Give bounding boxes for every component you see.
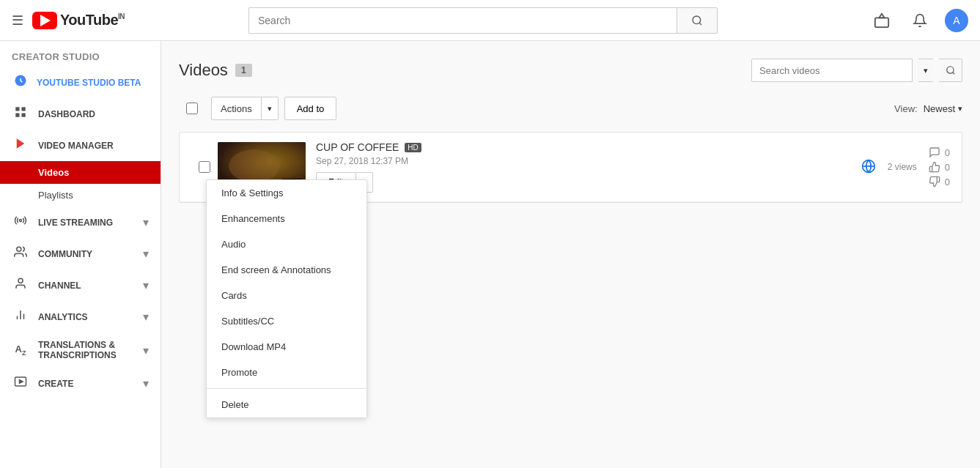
svg-marker-3 [879, 13, 884, 18]
sidebar-community-label: COMMUNITY [38, 249, 134, 259]
search-videos-input[interactable] [751, 59, 913, 82]
svg-line-1 [699, 23, 701, 25]
video-title-row: CUP OF COFFEE HD [316, 141, 861, 153]
dropdown-subtitles[interactable]: Subtitles/CC [207, 308, 366, 334]
thumbs-down-icon [929, 176, 940, 187]
video-info: CUP OF COFFEE HD Sep 27, 2018 12:37 PM E… [316, 141, 861, 193]
search-videos-button[interactable] [939, 59, 962, 82]
creator-studio-title: CREATOR STUDIO [0, 41, 161, 67]
view-newest-value: Newest [924, 103, 955, 114]
svg-rect-5 [15, 107, 19, 111]
sidebar-dashboard-label: DASHBOARD [38, 109, 149, 119]
dislikes-stat: 0 [929, 176, 950, 187]
dashboard-icon [12, 105, 29, 122]
sidebar-live-label: LIVE STREAMING [38, 218, 134, 228]
view-newest-arrow-icon: ▾ [958, 104, 962, 114]
sidebar-channel-label: CHANNEL [38, 281, 134, 291]
video-count-badge: 1 [235, 64, 252, 77]
hamburger-icon[interactable]: ☰ [12, 12, 23, 29]
play-triangle [40, 15, 51, 26]
svg-line-19 [952, 73, 954, 75]
sidebar-translations-label: TRANSLATIONS &TRANSCRIPTIONS [38, 340, 134, 360]
search-videos-container: ▾ [751, 59, 962, 82]
create-icon [12, 375, 29, 392]
sidebar-item-translations[interactable]: AZ TRANSLATIONS &TRANSCRIPTIONS ▾ [0, 333, 161, 368]
dropdown-audio[interactable]: Audio [207, 231, 366, 257]
thumbs-up-icon [929, 161, 940, 173]
engagement-stats: 0 0 0 [929, 146, 950, 187]
table-row: 0:17 CUP OF COFFEE HD Sep 27, 2018 12:37… [180, 133, 962, 202]
actions-label: Actions [212, 97, 262, 119]
video-date: Sep 27, 2018 12:37 PM [316, 156, 861, 166]
video-checkbox[interactable] [199, 161, 210, 173]
sidebar-item-community[interactable]: COMMUNITY ▾ [0, 238, 161, 270]
comments-count: 0 [945, 147, 950, 158]
dropdown-promote[interactable]: Promote [207, 360, 366, 385]
dropdown-download-mp4[interactable]: Download MP4 [207, 334, 366, 360]
live-streaming-icon [12, 214, 29, 231]
select-all-checkbox[interactable] [186, 103, 198, 114]
analytics-chevron-icon: ▾ [143, 310, 149, 324]
search-input[interactable] [248, 7, 677, 34]
topnav-left: ☰ YouTubeIN [12, 12, 173, 29]
svg-point-11 [17, 247, 21, 251]
search-videos-dropdown[interactable]: ▾ [918, 59, 933, 82]
sidebar-create-label: CREATE [38, 379, 134, 389]
actions-dropdown-arrow[interactable]: ▾ [262, 97, 278, 119]
dropdown-delete[interactable]: Delete [207, 392, 366, 417]
sidebar-item-analytics[interactable]: ANALYTICS ▾ [0, 301, 161, 333]
sidebar-item-live-streaming[interactable]: LIVE STREAMING ▾ [0, 207, 161, 238]
video-list: 0:17 CUP OF COFFEE HD Sep 27, 2018 12:37… [179, 132, 962, 203]
likes-count: 0 [945, 162, 950, 173]
sidebar-analytics-label: ANALYTICS [38, 312, 134, 322]
sidebar-video-manager-label: VIDEO MANAGER [38, 141, 149, 151]
live-chevron-icon: ▾ [143, 215, 149, 229]
add-to-button[interactable]: Add to [284, 97, 337, 120]
dropdown-cards[interactable]: Cards [207, 283, 366, 308]
upload-icon[interactable] [869, 7, 895, 34]
svg-rect-6 [22, 107, 26, 111]
svg-point-0 [693, 16, 701, 24]
dropdown-info-settings[interactable]: Info & Settings [207, 180, 366, 206]
video-manager-icon [12, 137, 29, 154]
sidebar-item-create[interactable]: CREATE ▾ [0, 368, 161, 399]
search-button[interactable] [677, 7, 718, 34]
dropdown-divider [207, 388, 366, 389]
sidebar-item-dashboard[interactable]: DASHBOARD [0, 98, 161, 130]
sidebar-item-channel[interactable]: CHANNEL ▾ [0, 270, 161, 301]
likes-stat: 0 [929, 161, 950, 173]
sidebar-sub-playlists[interactable]: Playlists [0, 184, 161, 207]
hd-badge: HD [405, 143, 421, 152]
select-all-checkbox-col [179, 103, 205, 114]
topnav: ☰ YouTubeIN A [0, 0, 980, 41]
sidebar-item-youtube-studio-beta[interactable]: YOUTUBE STUDIO BETA [0, 67, 161, 98]
logo[interactable]: YouTubeIN [32, 12, 125, 29]
actions-button[interactable]: Actions ▾ [211, 97, 279, 120]
dropdown-end-screen[interactable]: End screen & Annotations [207, 257, 366, 283]
notifications-icon[interactable] [907, 7, 933, 34]
layout: CREATOR STUDIO YOUTUBE STUDIO BETA DASHB… [0, 41, 980, 468]
avatar[interactable]: A [945, 9, 968, 32]
main-content: Videos 1 ▾ Actions ▾ Add to View: New [161, 41, 980, 468]
create-chevron-icon: ▾ [143, 376, 149, 390]
search-container [248, 7, 718, 34]
dropdown-enhancements[interactable]: Enhancements [207, 206, 366, 231]
sidebar-sub-videos[interactable]: Videos [0, 161, 161, 184]
comments-stat: 0 [929, 146, 950, 158]
logo-text: YouTubeIN [60, 12, 125, 29]
page-header: Videos 1 ▾ [179, 59, 962, 82]
svg-point-12 [18, 278, 23, 283]
translations-chevron-icon: ▾ [143, 343, 149, 357]
edit-dropdown-menu: Info & Settings Enhancements Audio End s… [206, 179, 367, 418]
svg-rect-8 [22, 114, 26, 117]
svg-point-10 [20, 220, 22, 222]
video-actions: Edit ▾ Info & Settings Enhancements Audi… [316, 172, 861, 193]
sidebar-item-video-manager[interactable]: VIDEO MANAGER [0, 130, 161, 161]
view-label: View: [894, 103, 918, 114]
svg-point-18 [946, 67, 953, 73]
view-newest-dropdown[interactable]: Newest ▾ [924, 103, 962, 114]
video-title: CUP OF COFFEE [316, 141, 399, 153]
video-stats: 2 views 0 0 0 [861, 146, 950, 187]
studio-beta-icon [12, 74, 29, 91]
views-count: 2 views [888, 162, 917, 172]
